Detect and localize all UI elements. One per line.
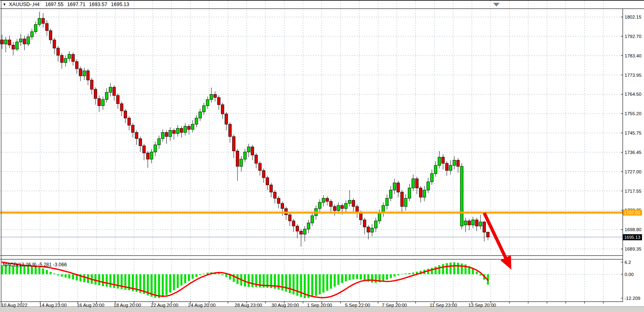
trend-arrow[interactable] [484,213,511,270]
price-axis-label: 1764.50 [625,92,642,97]
price-axis-label: 1773.95 [625,73,642,78]
time-axis-label: 28 Aug 23:00 [235,303,262,308]
price-axis-label: 1792.70 [625,34,642,39]
time-axis-label: 16 Aug 20:00 [77,303,104,308]
quote-low: 1693.57 [89,2,107,7]
quote-close: 1695.13 [111,2,129,7]
time-axis-label: 14 Aug 23:00 [39,303,67,308]
price-axis-label: 1802.15 [625,15,642,19]
chart-header: ▼ XAUUSD-,H4 1697.55 1697.71 1693.57 169… [0,1,405,8]
candles-layer[interactable] [1,12,489,247]
bid-price-tag: 1695.13 [623,234,642,240]
time-axis-label: 1 Sep 20:00 [307,303,332,308]
quote-high: 1697.71 [67,2,85,7]
macd-axis-label: 6.2 [625,260,631,265]
time-axis-label: 13 Sep 20:00 [468,303,496,308]
mt4-chart-window: ▼ XAUUSD-,H4 1697.55 1697.71 1693.57 169… [0,0,644,312]
time-axis-label: 30 Aug 20:00 [271,303,299,308]
time-axis-label: 18 Aug 20:00 [114,303,141,308]
orange-level-price-tag: 1707.01 [623,210,642,216]
price-axis-label: 1736.45 [625,150,642,155]
time-axis-label: 24 Aug 20:00 [188,303,216,308]
price-axis-label: 1689.35 [625,247,642,251]
quote-open: 1697.55 [45,2,64,7]
symbol-dropdown-icon[interactable]: ▼ [0,2,9,6]
time-axis-label: 11 Sep 23:00 [430,303,457,308]
chart-canvas[interactable] [0,0,644,306]
vertical-gridlines [21,1,603,301]
time-axis-label: 7 Sep 20:00 [382,303,407,308]
price-axis-label: 1783.40 [625,53,642,58]
window-left-border [0,0,0,306]
price-axis-ticks [621,17,623,298]
chart-shift-marker-icon[interactable] [493,3,500,6]
symbol-timeframe-label: XAUUSD-,H4 [9,2,40,7]
time-axis-label: 22 Aug 20:00 [151,303,178,308]
window-left-inner-border [1,1,2,306]
horizontal-gridlines [0,17,623,274]
macd-indicator-label: MACD(12,26,9) -5.281 -3.066 [3,262,67,268]
macd-axis-label: 0.00 [625,272,633,277]
price-axis-label: 1698.80 [625,227,642,232]
price-axis-label: 1727.00 [625,169,642,174]
macd-axis-label: -12.209 [625,296,640,301]
time-axis-label: 10 Aug 2022 [1,303,28,308]
price-axis-label: 1745.75 [625,131,642,135]
price-axis-label: 1717.55 [625,189,642,194]
macd-histogram [1,262,489,298]
time-axis-label: 5 Sep 22:00 [345,303,370,308]
price-axis-label: 1755.20 [625,111,642,116]
